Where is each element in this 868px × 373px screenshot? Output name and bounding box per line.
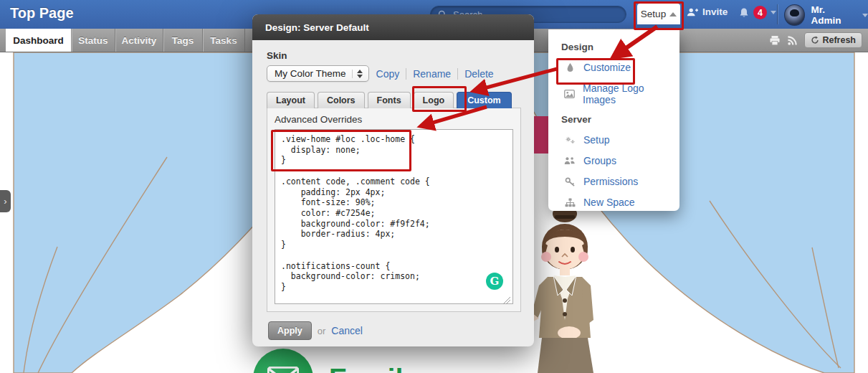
tab-dashboard[interactable]: Dashboard <box>6 29 72 52</box>
image-icon <box>564 90 575 98</box>
rename-link[interactable]: Rename <box>413 68 451 80</box>
divider <box>406 68 406 80</box>
page-title: Top Page <box>10 5 74 22</box>
gears-icon <box>564 136 576 145</box>
notifications-button[interactable]: 4 <box>738 6 776 19</box>
user-name: Mr. Admin <box>811 4 857 26</box>
tab-label: Dashboard <box>13 35 64 46</box>
app-screen: › Email Top P <box>0 0 868 373</box>
users-icon <box>564 156 576 165</box>
tint-icon <box>564 62 576 72</box>
design-tabs: Layout Colors Fonts Logo Custom <box>267 92 534 108</box>
grammarly-icon[interactable]: G <box>486 273 503 290</box>
modal-title: Design: Server Default <box>252 14 534 40</box>
menu-section-server: Server <box>548 110 679 130</box>
refresh-button[interactable]: Refresh <box>804 32 862 48</box>
menu-item-setup[interactable]: Setup <box>548 130 679 151</box>
tab-activity[interactable]: Activity <box>115 29 163 52</box>
tab-label: Status <box>78 35 108 46</box>
setup-dropdown-menu: Design Customize Manage Logo Images Serv… <box>548 29 679 211</box>
menu-item-label: Permissions <box>583 176 638 187</box>
menu-item-customize[interactable]: Customize <box>548 57 679 78</box>
menu-item-label: Manage Logo Images <box>583 82 667 105</box>
chevron-right-icon: › <box>4 196 6 207</box>
advanced-overrides-label: Advanced Overrides <box>267 108 520 129</box>
email-icon <box>253 349 313 373</box>
tab-logo[interactable]: Logo <box>414 92 454 108</box>
avatar <box>784 4 805 26</box>
setup-button[interactable]: Setup <box>637 4 680 24</box>
cartoon-woman-illustration <box>522 205 629 373</box>
refresh-label: Refresh <box>822 35 856 45</box>
setup-label: Setup <box>641 9 666 19</box>
menu-item-label: Groups <box>583 155 616 166</box>
tab-label: Tasks <box>210 35 237 46</box>
tab-status[interactable]: Status <box>72 29 115 52</box>
custom-panel: Advanced Overrides .view-home #loc .loc-… <box>267 108 521 312</box>
chevron-down-icon <box>862 14 868 17</box>
skin-select-value: My Color Theme <box>275 68 346 79</box>
notification-count-badge: 4 <box>753 6 767 19</box>
sidebar-expander[interactable]: › <box>0 190 11 212</box>
menu-item-label: Customize <box>583 62 631 73</box>
copy-link[interactable]: Copy <box>376 68 400 80</box>
design-modal: Design: Server Default Skin My Color The… <box>252 14 534 346</box>
tab-tags[interactable]: Tags <box>163 29 203 52</box>
tab-label: Custom <box>467 95 501 105</box>
css-overrides-textarea[interactable]: .view-home #loc .loc-home { display: non… <box>275 129 513 304</box>
invite-user-icon <box>687 7 698 17</box>
key-icon <box>564 177 576 186</box>
tab-label: Tags <box>172 35 194 46</box>
invite-label: Invite <box>702 6 728 17</box>
menu-item-manage-logo-images[interactable]: Manage Logo Images <box>548 78 679 110</box>
tab-label: Layout <box>276 95 305 105</box>
bell-icon <box>738 6 750 19</box>
refresh-icon <box>811 36 819 44</box>
menu-item-new-space[interactable]: New Space <box>548 192 679 213</box>
tab-custom[interactable]: Custom <box>457 92 512 108</box>
tab-colors[interactable]: Colors <box>318 92 365 108</box>
email-feature: Email <box>253 349 404 373</box>
chevron-up-icon <box>669 12 677 16</box>
user-menu[interactable]: Mr. Admin <box>784 4 868 26</box>
divider <box>457 68 458 80</box>
print-icon[interactable] <box>769 35 781 46</box>
delete-link[interactable]: Delete <box>464 68 493 80</box>
chevron-down-icon <box>771 11 776 14</box>
tab-label: Logo <box>423 95 445 105</box>
topbar-divider <box>777 4 778 24</box>
tab-layout[interactable]: Layout <box>267 92 315 108</box>
tab-fonts[interactable]: Fonts <box>368 92 411 108</box>
rss-icon[interactable] <box>787 35 798 46</box>
tab-label: Fonts <box>377 95 401 105</box>
invite-button[interactable]: Invite <box>687 6 728 17</box>
cancel-link[interactable]: Cancel <box>331 325 363 336</box>
apply-button[interactable]: Apply <box>268 321 312 340</box>
or-text: or <box>318 326 326 336</box>
skin-section-label: Skin <box>267 50 534 61</box>
menu-item-groups[interactable]: Groups <box>548 151 679 171</box>
menu-item-permissions[interactable]: Permissions <box>548 171 679 192</box>
textarea-resize-handle[interactable] <box>503 297 510 304</box>
email-label: Email <box>329 364 404 373</box>
crimson-page-element <box>532 116 550 154</box>
sitemap-icon <box>564 198 576 207</box>
tab-label: Colors <box>327 95 356 105</box>
skin-select[interactable]: My Color Theme <box>267 65 369 82</box>
menu-item-label: New Space <box>583 197 635 208</box>
tab-label: Activity <box>122 35 157 46</box>
menu-section-design: Design <box>548 38 679 57</box>
select-arrows-icon <box>352 70 363 78</box>
menu-item-label: Setup <box>583 134 610 146</box>
tab-tasks[interactable]: Tasks <box>203 29 245 52</box>
